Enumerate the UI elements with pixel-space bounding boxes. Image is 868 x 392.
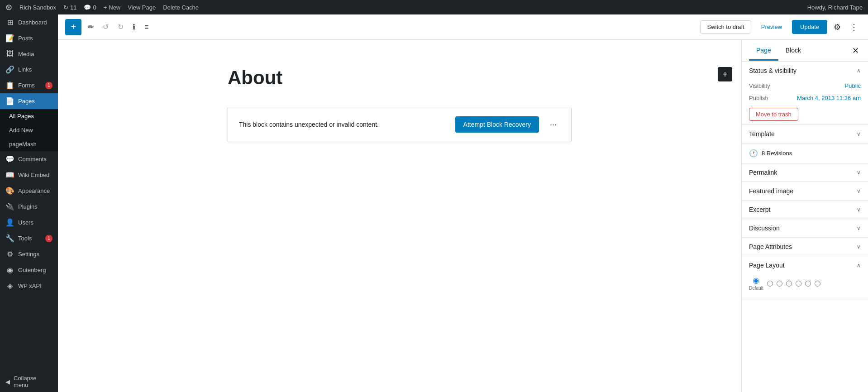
- template-header[interactable]: Template ∨: [742, 125, 868, 143]
- settings-nav-icon: ⚙: [5, 250, 14, 258]
- layout-option-5: [796, 281, 801, 288]
- publish-row: Publish March 4, 2013 11:36 am: [742, 92, 868, 104]
- sidebar-item-settings[interactable]: ⚙ Settings: [0, 246, 58, 262]
- revisions-row[interactable]: 🕐 8 Revisions: [742, 143, 868, 163]
- move-to-trash-button[interactable]: Move to trash: [749, 108, 798, 121]
- block-error-more-button[interactable]: ···: [546, 118, 560, 131]
- info-icon: ℹ: [133, 23, 135, 31]
- excerpt-header[interactable]: Excerpt ∨: [742, 201, 868, 219]
- collapse-icon: ◀: [5, 378, 10, 385]
- toolbar-right-actions: Switch to draft Preview Update ⚙ ⋮: [700, 19, 861, 35]
- status-visibility-header[interactable]: Status & visibility ∧: [742, 62, 868, 80]
- settings-button[interactable]: ⚙: [831, 19, 844, 35]
- visibility-value[interactable]: Public: [845, 82, 861, 89]
- plugins-icon: 🔌: [5, 202, 14, 211]
- page-title[interactable]: About: [228, 67, 572, 89]
- pages-submenu: All Pages Add New pageMash: [0, 109, 58, 151]
- update-button[interactable]: Update: [792, 20, 827, 34]
- sidebar-item-media[interactable]: 🖼 Media: [0, 46, 58, 62]
- undo-icon: ↺: [103, 23, 109, 31]
- layout-radio-5[interactable]: [796, 281, 801, 287]
- adminbar-updates[interactable]: ↻ 11: [63, 4, 76, 11]
- sidebar-item-users[interactable]: 👤 Users: [0, 215, 58, 230]
- chevron-down-icon: ∨: [857, 131, 861, 137]
- sidebar-item-wp-xapi[interactable]: ◈ WP xAPI: [0, 278, 58, 294]
- layout-radio-4[interactable]: [786, 281, 792, 287]
- sidebar-item-appearance[interactable]: 🎨 Appearance: [0, 183, 58, 199]
- admin-bar: ⊛ Rich Sandbox ↻ 11 💬 0 + New View Page …: [0, 0, 868, 14]
- page-attributes-header[interactable]: Page Attributes ∨: [742, 238, 868, 256]
- submenu-all-pages[interactable]: All Pages: [0, 109, 58, 123]
- list-view-button[interactable]: ≡: [142, 20, 151, 34]
- sidebar-item-plugins[interactable]: 🔌 Plugins: [0, 199, 58, 215]
- pencil-icon: ✏: [88, 23, 94, 31]
- updates-icon: ↻: [63, 4, 68, 11]
- page-layout-section: Page Layout ∧ Default: [742, 256, 868, 298]
- tab-block[interactable]: Block: [778, 41, 808, 61]
- redo-button[interactable]: ↻: [115, 20, 126, 34]
- layout-radio-default[interactable]: [753, 278, 759, 284]
- sidebar-item-dashboard[interactable]: ⊞ Dashboard: [0, 14, 58, 30]
- edit-mode-button[interactable]: ✏: [85, 20, 96, 34]
- switch-to-draft-button[interactable]: Switch to draft: [700, 20, 751, 33]
- preview-button[interactable]: Preview: [755, 21, 788, 33]
- info-button[interactable]: ℹ: [130, 20, 138, 34]
- tab-page[interactable]: Page: [749, 41, 778, 61]
- layout-radio-3[interactable]: [777, 281, 782, 287]
- ellipsis-icon: ···: [550, 120, 557, 129]
- layout-option-6: [805, 281, 811, 288]
- sidebar-item-pages[interactable]: 📄 Pages: [0, 93, 58, 109]
- adminbar-delete-cache[interactable]: Delete Cache: [163, 4, 199, 11]
- sidebar-item-comments[interactable]: 💬 Comments: [0, 151, 58, 167]
- wp-logo-icon[interactable]: ⊛: [5, 2, 12, 12]
- gear-icon: ⚙: [834, 23, 841, 32]
- gutenberg-icon: ◉: [5, 266, 14, 274]
- layout-radio-6[interactable]: [805, 281, 811, 287]
- permalink-section: Permalink ∨: [742, 163, 868, 182]
- undo-button[interactable]: ↺: [100, 20, 111, 34]
- more-options-button[interactable]: ⋮: [847, 19, 861, 35]
- page-layout-options: Default: [742, 274, 868, 298]
- collapse-menu-button[interactable]: ◀ Collapse menu: [0, 371, 58, 392]
- sidebar-item-links[interactable]: 🔗 Links: [0, 62, 58, 77]
- submenu-pagemash[interactable]: pageMash: [0, 137, 58, 151]
- sidebar-item-posts[interactable]: 📝 Posts: [0, 30, 58, 46]
- discussion-header[interactable]: Discussion ∨: [742, 219, 868, 237]
- page-layout-header[interactable]: Page Layout ∧: [742, 256, 868, 274]
- xapi-icon: ◈: [5, 282, 14, 290]
- adminbar-view-page[interactable]: View Page: [128, 4, 156, 11]
- permalink-header[interactable]: Permalink ∨: [742, 163, 868, 182]
- sidebar-item-tools[interactable]: 🔧 Tools 1: [0, 230, 58, 246]
- sidebar-item-forms[interactable]: 📋 Forms 1: [0, 77, 58, 93]
- layout-option-7: [815, 281, 820, 288]
- add-block-button[interactable]: +: [65, 19, 81, 35]
- chevron-down-icon-attributes: ∨: [857, 244, 861, 250]
- layout-option-4: [786, 281, 792, 288]
- tools-badge: 1: [45, 235, 52, 242]
- attempt-recovery-button[interactable]: Attempt Block Recovery: [455, 116, 539, 133]
- publish-value[interactable]: March 4, 2013 11:36 am: [797, 95, 861, 101]
- panel-tabs: Page Block ✕: [742, 40, 868, 62]
- vertical-dots-icon: ⋮: [850, 23, 858, 32]
- plus-icon: +: [104, 4, 107, 11]
- adminbar-site-name[interactable]: Rich Sandbox: [19, 4, 56, 11]
- adminbar-comments[interactable]: 💬 0: [84, 4, 96, 11]
- page-attributes-section: Page Attributes ∨: [742, 238, 868, 256]
- layout-radio-7[interactable]: [815, 281, 820, 287]
- pages-icon: 📄: [5, 97, 14, 105]
- clock-icon: 🕐: [749, 149, 758, 158]
- adminbar-new[interactable]: + New: [104, 4, 121, 11]
- sidebar-item-gutenberg[interactable]: ◉ Gutenberg: [0, 262, 58, 278]
- list-icon: ≡: [144, 23, 148, 31]
- featured-image-section: Featured image ∨: [742, 182, 868, 201]
- chevron-up-icon: ∧: [857, 67, 861, 74]
- featured-image-header[interactable]: Featured image ∨: [742, 182, 868, 200]
- floating-add-block-button[interactable]: +: [718, 67, 732, 81]
- sidebar-item-wiki-embed[interactable]: 📖 Wiki Embed: [0, 167, 58, 183]
- submenu-add-new[interactable]: Add New: [0, 123, 58, 137]
- panel-close-button[interactable]: ✕: [850, 44, 861, 57]
- layout-radio-2[interactable]: [767, 281, 773, 287]
- comments-icon: 💬: [84, 4, 91, 11]
- layout-option-2: [767, 281, 773, 288]
- right-panel: Page Block ✕ Status & visibility ∧ Visib…: [741, 40, 868, 392]
